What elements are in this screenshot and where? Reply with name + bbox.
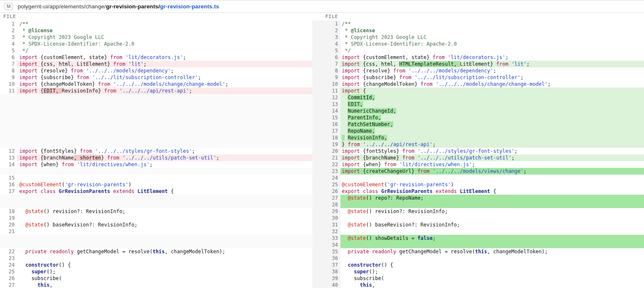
line-number-right[interactable]: 22 [312,161,340,168]
code-line-left: @state() baseRevision?: RevisionInfo; [17,221,312,228]
code-line-right [340,255,644,262]
code-line-right: export class GrRevisionParents extends L… [340,188,644,195]
line-number-left[interactable] [0,108,17,114]
line-number-left[interactable] [0,235,17,242]
line-number-left[interactable]: 1 [0,21,17,27]
line-number-right[interactable]: 24 [312,175,340,181]
line-number-left[interactable]: 4 [0,41,17,47]
diff-table: 1/**1/**2 * @license2 * @license3 * Copy… [0,21,644,288]
line-number-left[interactable]: 20 [0,221,17,228]
line-number-left[interactable]: 2 [0,27,17,34]
line-number-left[interactable]: 6 [0,54,17,61]
line-number-right[interactable]: 38 [312,268,340,275]
code-line-right: import {resolve} from '../../../models/d… [340,67,644,74]
line-number-left[interactable] [0,128,17,134]
line-number-left[interactable] [0,94,17,101]
line-number-right[interactable]: 29 [312,208,340,215]
line-number-left[interactable]: 11 [0,87,17,94]
line-number-left[interactable]: 19 [0,215,17,221]
line-number-left[interactable]: 26 [0,275,17,282]
line-number-left[interactable]: 16 [0,181,17,188]
line-number-left[interactable]: 3 [0,34,17,41]
line-number-left[interactable]: 22 [0,248,17,255]
code-line-right: constructor() { [340,262,644,268]
line-number-left[interactable] [0,141,17,148]
code-line-right [340,215,644,221]
line-number-left[interactable]: 17 [0,188,17,195]
line-number-left[interactable]: 14 [0,161,17,168]
line-number-left[interactable] [0,168,17,175]
line-number-right[interactable]: 17 [312,128,340,134]
line-number-right[interactable]: 28 [312,201,340,208]
line-number-right[interactable]: 15 [312,114,340,121]
line-number-left[interactable]: 18 [0,208,17,215]
code-line-right: /** [340,21,644,27]
line-number-right[interactable]: 11 [312,87,340,94]
line-number-left[interactable] [0,195,17,201]
line-number-left[interactable]: 9 [0,74,17,81]
line-number-left[interactable] [0,201,17,208]
line-number-left[interactable] [0,134,17,141]
line-number-right[interactable]: 5 [312,47,340,54]
code-line-left: import {customElement, state} from 'lit/… [17,54,312,61]
line-number-right[interactable]: 13 [312,101,340,108]
line-number-right[interactable]: 25 [312,181,340,188]
line-number-right[interactable]: 26 [312,188,340,195]
code-line-right [340,175,644,181]
line-number-right[interactable]: 1 [312,21,340,27]
line-number-left[interactable]: 7 [0,61,17,67]
line-number-right[interactable]: 19 [312,141,340,148]
code-line-left: @state() revision?: RevisionInfo; [17,208,312,215]
file-label-right[interactable]: FILE [325,14,338,19]
line-number-right[interactable]: 27 [312,195,340,201]
line-number-left[interactable]: 5 [0,47,17,54]
line-number-right[interactable]: 37 [312,262,340,268]
line-number-left[interactable]: 25 [0,268,17,275]
line-number-right[interactable]: 30 [312,215,340,221]
line-number-right[interactable]: 6 [312,54,340,61]
line-number-left[interactable]: 21 [0,228,17,235]
code-line-left: * @license [17,27,312,34]
line-number-right[interactable]: 10 [312,81,340,87]
line-number-left[interactable] [0,242,17,248]
file-path-filename-link[interactable]: gr-revision-parents.ts [160,3,219,10]
line-number-right[interactable]: 34 [312,242,340,248]
line-number-right[interactable]: 12 [312,94,340,101]
line-number-right[interactable]: 40 [312,282,340,288]
line-number-left[interactable] [0,121,17,128]
line-number-left[interactable] [0,101,17,108]
line-number-right[interactable]: 39 [312,275,340,282]
line-number-right[interactable]: 8 [312,67,340,74]
line-number-right[interactable]: 35 [312,248,340,255]
line-number-right[interactable]: 7 [312,61,340,67]
line-number-left[interactable]: 13 [0,154,17,161]
line-number-left[interactable]: 27 [0,282,17,288]
line-number-left[interactable] [0,114,17,121]
line-number-left[interactable]: 8 [0,67,17,74]
line-number-right[interactable]: 31 [312,221,340,228]
code-line-right: EDIT, [340,101,644,108]
breadcrumb: polygerrit-ui/app/elements/change/gr-rev… [18,3,219,10]
line-number-right[interactable]: 16 [312,121,340,128]
line-number-right[interactable]: 18 [312,134,340,141]
line-number-right[interactable]: 2 [312,27,340,34]
line-number-left[interactable]: 24 [0,262,17,268]
line-number-right[interactable]: 32 [312,228,340,235]
line-number-left[interactable]: 12 [0,148,17,154]
line-number-right[interactable]: 14 [312,108,340,114]
line-number-right[interactable]: 3 [312,34,340,41]
line-number-right[interactable]: 36 [312,255,340,262]
line-number-right[interactable]: 20 [312,148,340,154]
line-number-left[interactable]: 23 [0,255,17,262]
line-number-right[interactable]: 4 [312,41,340,47]
file-label-left[interactable]: FILE [3,14,16,19]
line-number-right[interactable]: 23 [312,168,340,175]
code-line-left: this, [17,282,312,288]
line-number-left[interactable]: 15 [0,175,17,181]
code-line-left [17,108,312,114]
code-line-left: subscribe( [17,275,312,282]
line-number-right[interactable]: 33 [312,235,340,242]
line-number-left[interactable]: 10 [0,81,17,87]
line-number-right[interactable]: 9 [312,74,340,81]
line-number-right[interactable]: 21 [312,154,340,161]
